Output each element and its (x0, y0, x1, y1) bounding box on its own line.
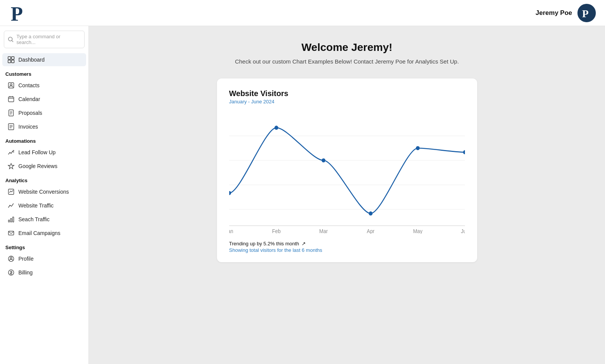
sidebar-item-billing[interactable]: Billing (2, 266, 86, 279)
section-automations: Automations (0, 134, 88, 145)
website-conversions-label: Website Conversions (18, 189, 69, 195)
sidebar-item-website-traffic[interactable]: Website Traffic (2, 199, 86, 212)
proposals-icon (8, 109, 15, 116)
svg-point-42 (463, 150, 465, 154)
website-traffic-label: Website Traffic (18, 202, 54, 209)
profile-label: Profile (18, 256, 34, 262)
svg-text:Jan: Jan (229, 228, 233, 234)
svg-text:Apr: Apr (367, 228, 375, 234)
sidebar-item-profile[interactable]: Profile (2, 252, 86, 265)
svg-rect-10 (8, 97, 14, 102)
conversions-icon (8, 188, 15, 195)
svg-rect-27 (8, 231, 14, 235)
chart-card: Website Visitors January - June 2024 (217, 78, 477, 262)
sidebar: Type a command or search... Dashboard Cu… (0, 26, 89, 364)
svg-text:May: May (413, 228, 422, 234)
google-reviews-label: Google Reviews (18, 163, 57, 169)
chart-footer: Trending up by 5.2% this month ↗ Showing… (229, 241, 465, 253)
sidebar-item-email-campaigns[interactable]: Email Campaigns (2, 227, 86, 240)
lead-icon (8, 149, 15, 156)
svg-point-41 (416, 146, 419, 150)
svg-point-40 (369, 211, 372, 215)
traffic-icon (8, 202, 15, 209)
svg-rect-23 (8, 189, 14, 194)
svg-text:Mar: Mar (319, 228, 328, 234)
app-header: P Jeremy Poe P (0, 0, 605, 26)
svg-line-3 (12, 41, 13, 42)
dashboard-icon (8, 56, 15, 63)
svg-text:P: P (11, 3, 23, 23)
svg-rect-26 (13, 217, 14, 222)
email-campaigns-label: Email Campaigns (18, 230, 60, 236)
sidebar-item-google-reviews[interactable]: Google Reviews (2, 160, 86, 173)
profile-icon (8, 255, 15, 262)
section-customers: Customers (0, 67, 88, 78)
sidebar-item-proposals[interactable]: Proposals (2, 106, 86, 119)
svg-rect-4 (8, 57, 11, 59)
sidebar-item-calendar[interactable]: Calendar (2, 93, 86, 106)
svg-marker-22 (8, 163, 14, 169)
sidebar-item-website-conversions[interactable]: Website Conversions (2, 185, 86, 198)
welcome-subtitle: Check out our custom Chart Examples Belo… (104, 58, 590, 65)
chart-title: Website Visitors (229, 89, 465, 98)
proposals-label: Proposals (18, 110, 42, 116)
contacts-icon (8, 82, 15, 89)
billing-icon (8, 269, 15, 276)
svg-text:Feb: Feb (272, 228, 280, 234)
search-icon (8, 37, 13, 42)
invoices-label: Invoices (18, 124, 38, 130)
calendar-icon (8, 96, 15, 103)
svg-point-37 (229, 191, 231, 195)
dashboard-label: Dashboard (18, 57, 45, 63)
svg-rect-7 (11, 60, 14, 63)
contacts-label: Contacts (18, 82, 39, 88)
chart-trending: Trending up by 5.2% this month ↗ (229, 241, 465, 246)
sidebar-item-dashboard[interactable]: Dashboard (2, 53, 86, 66)
header-logo: P (9, 4, 28, 22)
welcome-title: Welcome Jeremy! (104, 41, 590, 54)
billing-label: Billing (18, 269, 33, 276)
search-box[interactable]: Type a command or search... (4, 31, 85, 48)
calendar-label: Calendar (18, 96, 40, 102)
header-right: Jeremy Poe P (536, 4, 596, 22)
svg-rect-5 (11, 57, 14, 59)
search-traffic-icon (8, 216, 15, 223)
header-avatar[interactable]: P (577, 4, 596, 22)
visitors-chart: Jan Feb Mar Apr May Jun (229, 111, 465, 234)
svg-text:Jun: Jun (461, 228, 465, 234)
svg-point-9 (10, 84, 12, 86)
sidebar-item-invoices[interactable]: Invoices (2, 120, 86, 133)
header-username: Jeremy Poe (536, 9, 572, 17)
main-content: Welcome Jeremy! Check out our custom Cha… (89, 26, 605, 364)
chart-subtitle: January - June 2024 (229, 99, 465, 104)
svg-point-39 (321, 158, 325, 163)
svg-point-29 (10, 257, 12, 259)
star-icon (8, 163, 15, 170)
sidebar-item-contacts[interactable]: Contacts (2, 79, 86, 92)
svg-point-38 (274, 126, 278, 130)
sidebar-item-search-traffic[interactable]: Seach Traffic (2, 213, 86, 226)
trending-arrow: ↗ (302, 241, 306, 246)
svg-rect-25 (11, 219, 12, 222)
lead-follow-up-label: Lead Follow Up (18, 149, 55, 155)
svg-text:P: P (582, 8, 589, 19)
email-icon (8, 230, 15, 237)
search-placeholder: Type a command or search... (16, 34, 80, 45)
section-analytics: Analytics (0, 173, 88, 185)
chart-showing: Showing total visitors for the last 6 mo… (229, 247, 465, 253)
svg-rect-24 (8, 220, 10, 222)
section-settings: Settings (0, 240, 88, 252)
app-layout: Type a command or search... Dashboard Cu… (0, 26, 605, 364)
svg-rect-6 (8, 60, 11, 63)
search-traffic-label: Seach Traffic (18, 216, 49, 222)
invoices-icon (8, 123, 15, 130)
sidebar-item-lead-follow-up[interactable]: Lead Follow Up (2, 146, 86, 159)
